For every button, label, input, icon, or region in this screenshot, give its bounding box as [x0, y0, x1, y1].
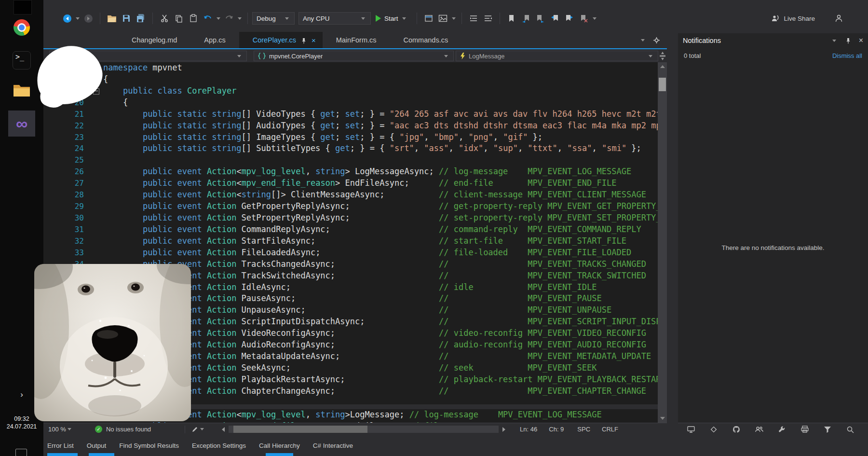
visual-studio-icon[interactable]: ∞ [8, 111, 35, 137]
screenshot-image-button[interactable] [438, 13, 448, 24]
save-button[interactable] [121, 13, 132, 24]
paste-button[interactable] [188, 13, 199, 24]
notifications-header[interactable]: Notifications × [678, 33, 868, 48]
close-tab-icon[interactable]: × [312, 36, 316, 44]
code-line[interactable]: 17namespace mpvnet [43, 62, 658, 74]
zoom-level-dropdown[interactable]: 100 % [48, 426, 66, 433]
horizontal-scrollbar-thumb[interactable] [233, 426, 367, 433]
member-dropdown[interactable]: LogMessage [456, 51, 658, 61]
chrome-icon[interactable] [14, 19, 30, 36]
tab-error-list[interactable]: Error List [47, 442, 74, 449]
edit-marks-pencil-icon[interactable] [191, 426, 199, 433]
scroll-right-arrow-icon[interactable] [502, 427, 505, 432]
scroll-left-arrow-icon[interactable] [222, 427, 225, 432]
code-line[interactable]: 26 public event Action<mpv_log_level, st… [43, 166, 658, 178]
screenshot-caret-icon[interactable] [452, 17, 456, 20]
document-list-caret-icon[interactable] [641, 39, 645, 41]
tab-options-gear-icon[interactable] [653, 37, 660, 44]
navigate-forward-button[interactable] [83, 13, 94, 24]
panel-close-icon[interactable]: × [859, 36, 863, 45]
code-line[interactable]: 31 public event Action CommandReplyAsync… [43, 224, 658, 235]
code-line[interactable]: 32 public event Action StartFileAsync; /… [43, 235, 658, 247]
code-line[interactable]: 28 public event Action<string[]> ClientM… [43, 189, 658, 201]
spaces-indicator[interactable]: SPC [577, 426, 590, 433]
undo-caret-icon[interactable] [217, 17, 220, 20]
redo-caret-icon[interactable] [238, 17, 242, 20]
vertical-scrollbar-thumb[interactable] [659, 78, 666, 91]
save-all-button[interactable] [136, 13, 146, 24]
people-icon[interactable] [755, 425, 764, 434]
edit-marks-caret-icon[interactable] [200, 428, 204, 430]
scroll-down-arrow-icon[interactable] [660, 417, 665, 420]
toggle-bookmark-button[interactable] [506, 13, 517, 24]
taskbar-app-tile[interactable] [14, 0, 32, 14]
editor-vertical-scrollbar[interactable] [658, 62, 667, 423]
code-line[interactable]: 30 public event Action SetPropertyReplyA… [43, 212, 658, 224]
start-debugging-button[interactable]: Start [376, 15, 407, 22]
tab-app[interactable]: App.cs [190, 32, 239, 48]
code-line[interactable]: 33 public event Action FileLoadedAsync; … [43, 247, 658, 259]
panel-menu-caret-icon[interactable] [832, 40, 836, 42]
clear-bookmarks-button[interactable] [579, 13, 589, 24]
navigate-back-button[interactable] [62, 13, 72, 24]
tab-exception-settings[interactable]: Exception Settings [192, 442, 246, 449]
line-ending-indicator[interactable]: CRLF [602, 426, 618, 433]
monitor-icon[interactable] [687, 425, 695, 434]
live-share-button[interactable]: Live Share [771, 14, 815, 23]
pin-icon[interactable] [301, 38, 307, 44]
scroll-up-arrow-icon[interactable] [660, 65, 665, 68]
code-line[interactable]: 25 [43, 154, 658, 166]
code-line[interactable]: 21 public static string[] VideoTypes { g… [43, 109, 658, 120]
cut-button[interactable] [159, 13, 170, 24]
file-explorer-icon[interactable] [13, 83, 30, 97]
debug-configuration-dropdown[interactable]: Debug [252, 12, 295, 25]
horizontal-scrollbar[interactable] [229, 426, 499, 433]
dismiss-all-link[interactable]: Dismiss all [832, 52, 862, 59]
indent-lines-button[interactable] [468, 13, 479, 24]
printer-icon[interactable] [800, 425, 809, 434]
type-dropdown[interactable]: mpvnet.CorePlayer [254, 51, 454, 61]
code-line[interactable]: 18{ [43, 74, 658, 85]
redo-button[interactable] [224, 13, 234, 24]
wrench-icon[interactable] [778, 425, 787, 434]
copy-button[interactable] [174, 13, 184, 24]
column-indicator[interactable]: Ch: 9 [549, 426, 564, 433]
attach-window-button[interactable] [423, 13, 434, 24]
tab-find-symbol-results[interactable]: Find Symbol Results [119, 442, 179, 449]
issues-status-label[interactable]: No issues found [106, 426, 151, 433]
platform-dropdown[interactable]: Any CPU [298, 12, 371, 25]
undo-button[interactable] [203, 13, 213, 24]
zoom-caret-icon[interactable] [68, 428, 71, 430]
next-bookmark-folder-button[interactable] [564, 13, 575, 24]
code-line[interactable]: 20 { [43, 97, 658, 109]
navigate-back-caret-icon[interactable] [76, 17, 80, 20]
code-line[interactable]: 22 public static string[] AudioTypes { g… [43, 120, 658, 132]
next-bookmark-button[interactable] [535, 13, 546, 24]
tab-mainform[interactable]: MainForm.cs [323, 32, 390, 48]
tab-output[interactable]: Output [87, 442, 107, 449]
split-editor-button[interactable] [659, 52, 666, 60]
diamond-icon[interactable] [709, 425, 718, 434]
tab-call-hierarchy[interactable]: Call Hierarchy [259, 442, 300, 449]
filter-icon[interactable] [823, 425, 832, 434]
toolbar-overflow-caret-icon[interactable] [593, 17, 597, 20]
code-line[interactable]: 29 public event Action GetPropertyReplyA… [43, 201, 658, 212]
code-line[interactable]: 19 public class CorePlayer [43, 85, 658, 97]
terminal-icon[interactable]: >_ [13, 51, 31, 69]
code-line[interactable]: 23 public static string[] ImageTypes { g… [43, 132, 658, 143]
tab-commands[interactable]: Commands.cs [390, 32, 462, 48]
open-file-button[interactable] [107, 13, 117, 24]
tab-csharp-interactive[interactable]: C# Interactive [313, 442, 353, 449]
previous-bookmark-button[interactable] [521, 13, 531, 24]
tab-coreplayer[interactable]: CorePlayer.cs × [239, 32, 323, 48]
code-line[interactable]: 27 public event Action<mpv_end_file_reas… [43, 178, 658, 189]
search-icon[interactable] [846, 425, 854, 434]
show-desktop-button[interactable] [15, 449, 27, 456]
code-line[interactable]: 24 public static string[] SubtitleTypes … [43, 143, 658, 154]
outdent-lines-button[interactable] [483, 13, 493, 24]
previous-bookmark-folder-button[interactable] [550, 13, 560, 24]
github-icon[interactable] [732, 425, 741, 434]
line-indicator[interactable]: Ln: 46 [520, 426, 537, 433]
panel-pin-icon[interactable] [845, 38, 851, 44]
feedback-button[interactable] [833, 13, 844, 24]
